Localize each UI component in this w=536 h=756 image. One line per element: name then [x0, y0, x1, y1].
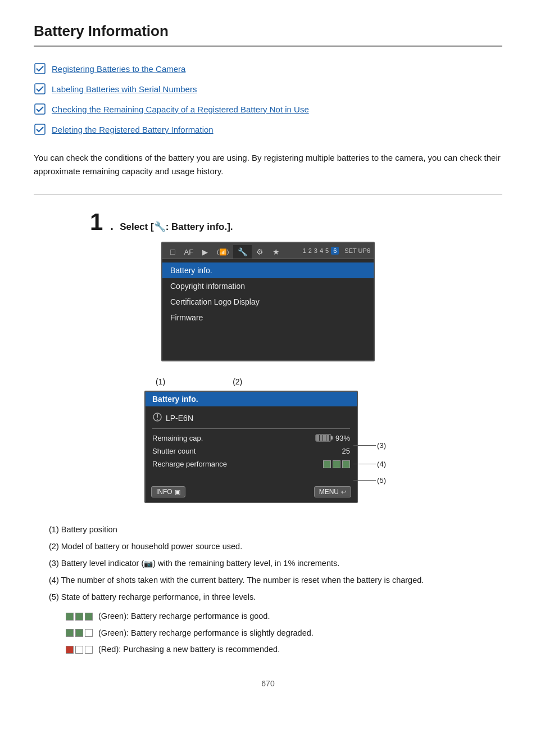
legend-row-degraded: (Green): Battery recharge performance is… [66, 627, 487, 640]
battery-model-text: LP-E6N [166, 414, 193, 423]
toc-link-check[interactable]: Checking the Remaining Capacity of a Reg… [52, 105, 309, 114]
info-label: INFO [156, 488, 172, 496]
intro-text: You can check the conditions of the batt… [34, 151, 502, 178]
shutter-value: 25 [342, 447, 350, 455]
step-1-header: 1 . Select [🔧: Battery info.]. [90, 210, 233, 234]
menu-arrow-icon: ↩ [341, 488, 346, 496]
rbar-2 [333, 460, 340, 468]
svg-rect-4 [35, 124, 45, 134]
svg-rect-11 [320, 435, 322, 441]
shutter-number: 25 [342, 447, 350, 455]
cam-tab-af: AF [179, 246, 198, 259]
legend-boxes-good [66, 613, 93, 621]
step-number: 1 [90, 210, 103, 234]
battery-indicator-icon: 📷 [144, 559, 153, 568]
svg-rect-0 [35, 64, 45, 74]
toc-list: Registering Batteries to the Camera Labe… [34, 62, 502, 135]
legend-row-bad: (Red): Purchasing a new battery is recom… [66, 643, 487, 657]
legend-boxes-bad [66, 646, 93, 654]
lbox-d3 [85, 629, 93, 637]
desc-5: (5) State of battery recharge performanc… [49, 591, 487, 604]
menu-item-empty1 [162, 325, 374, 341]
desc-4: (4) The number of shots taken with the c… [49, 574, 487, 587]
battery-model-icon [152, 412, 162, 424]
battery-model-row: LP-E6N [146, 410, 357, 426]
cam-tab-play: ▶ [198, 246, 212, 259]
desc-3: (3) Battery level indicator (📷) with the… [49, 557, 487, 571]
callout-labels: (1) (2) [144, 377, 392, 386]
svg-point-7 [157, 419, 158, 420]
check-icon [34, 103, 46, 115]
shutter-label: Shutter count [152, 447, 196, 455]
page-footer: 670 [34, 679, 502, 688]
lbox-b1 [66, 646, 74, 654]
page-number: 670 [261, 679, 274, 688]
step-dot: . [110, 216, 114, 234]
recharge-legend: (Green): Battery recharge performance is… [66, 610, 487, 657]
callout-2: (2) [233, 377, 242, 386]
toc-item-register: Registering Batteries to the Camera [34, 62, 502, 75]
lbox-b3 [85, 646, 93, 654]
remaining-label: Remaining cap. [152, 434, 203, 442]
svg-rect-12 [323, 435, 326, 441]
cam-tab-wifi: (📶) [212, 246, 233, 258]
svg-rect-2 [35, 84, 45, 94]
recharge-label: Recharge performance [152, 460, 227, 468]
camera-tab-bar: □ AF ▶ (📶) 🔧 ⚙ ★ 1 2 3 4 5 6 SET UP6 [162, 243, 374, 259]
legend-text-good: (Green): Battery recharge performance is… [98, 610, 270, 623]
lbox-d2 [75, 629, 83, 637]
camera-menu-items: Battery info. Copyright information Cert… [162, 259, 374, 360]
menu-label: MENU [319, 488, 339, 496]
remaining-percent: 93% [335, 434, 350, 442]
info-button[interactable]: INFO ▣ [151, 486, 185, 497]
legend-text-degraded: (Green): Battery recharge performance is… [98, 627, 314, 640]
battery-level-indicator [315, 433, 333, 442]
menu-item-certification: Certification Logo Display [162, 294, 374, 310]
cam-tab-gear: ⚙ [252, 245, 268, 259]
shutter-count-row: Shutter count 25 [146, 445, 357, 458]
battery-screen-diagram: Battery info. LP-E6N Remaining cap. [144, 391, 358, 503]
menu-item-firmware: Firmware [162, 310, 374, 325]
battery-remaining-row: Remaining cap. [146, 431, 357, 445]
lbox-g3 [85, 613, 93, 621]
menu-item-empty2 [162, 341, 374, 357]
remaining-value: 93% [315, 433, 350, 442]
register-icon [34, 62, 46, 75]
svg-rect-13 [326, 435, 329, 441]
toc-item-delete: Deleting the Registered Battery Informat… [34, 123, 502, 135]
page-title: Battery Information [34, 22, 502, 47]
rbar-3 [342, 460, 350, 468]
svg-rect-9 [331, 436, 333, 440]
svg-rect-10 [316, 435, 319, 441]
camera-menu-screen: □ AF ▶ (📶) 🔧 ⚙ ★ 1 2 3 4 5 6 SET UP6 Bat… [161, 242, 375, 361]
step-1-container: 1 . Select [🔧: Battery info.]. □ AF ▶ (📶… [34, 210, 502, 512]
desc-2: (2) Model of battery or household power … [49, 540, 487, 554]
legend-boxes-degraded [66, 629, 93, 637]
legend-text-bad: (Red): Purchasing a new battery is recom… [98, 643, 280, 657]
toc-link-delete[interactable]: Deleting the Registered Battery Informat… [52, 125, 214, 134]
recharge-value [323, 460, 350, 468]
setup-label: SET UP6 [344, 247, 370, 254]
menu-button[interactable]: MENU ↩ [314, 486, 351, 497]
lbox-g1 [66, 613, 74, 621]
callout-3: (3) [353, 441, 386, 450]
callout-1: (1) [156, 377, 165, 386]
cam-tab-star: ★ [268, 245, 284, 259]
side-callouts: (3) (4) (5) [353, 424, 386, 485]
toc-item-label: Labeling Batteries with Serial Numbers [34, 83, 502, 95]
delete-icon [34, 123, 46, 135]
recharge-row: Recharge performance [146, 458, 357, 470]
battery-diagram-wrapper: (1) (2) Battery info. LP-E6N [144, 377, 392, 512]
lbox-b2 [75, 646, 83, 654]
lbox-g2 [75, 613, 83, 621]
toc-link-label[interactable]: Labeling Batteries with Serial Numbers [52, 84, 197, 94]
callout-5: (5) [353, 476, 386, 485]
info-icon: ▣ [175, 488, 180, 496]
step-label: Select [🔧: Battery info.]. [120, 221, 233, 233]
label-icon [34, 83, 46, 95]
rbar-1 [323, 460, 331, 468]
callout-4: (4) [353, 460, 386, 468]
toc-link-register[interactable]: Registering Batteries to the Camera [52, 64, 185, 74]
section-divider [34, 194, 502, 194]
recharge-bars [323, 460, 350, 468]
